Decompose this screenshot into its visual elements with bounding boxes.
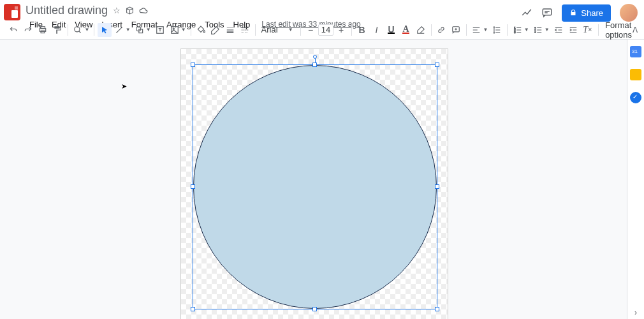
format-options-button[interactable]: Format options bbox=[605, 20, 632, 40]
resize-handle-sw[interactable] bbox=[191, 307, 195, 311]
insert-link-button[interactable] bbox=[434, 23, 448, 37]
resize-handle-w[interactable] bbox=[191, 184, 195, 189]
show-sidepanel-icon[interactable]: › bbox=[634, 308, 637, 317]
bulleted-list-button[interactable] bbox=[531, 23, 545, 37]
line-tool[interactable] bbox=[112, 23, 126, 37]
redo-button[interactable] bbox=[21, 23, 35, 37]
print-button[interactable] bbox=[36, 23, 50, 37]
calendar-addon-icon[interactable] bbox=[630, 46, 641, 57]
rotate-handle[interactable] bbox=[313, 55, 317, 59]
fill-color-button[interactable] bbox=[194, 23, 208, 37]
svg-point-16 bbox=[534, 31, 536, 33]
zoom-button[interactable] bbox=[71, 23, 85, 37]
svg-point-15 bbox=[534, 29, 536, 31]
svg-point-9 bbox=[173, 28, 174, 29]
side-panel: › bbox=[627, 40, 644, 319]
underline-button[interactable]: U bbox=[384, 23, 399, 37]
font-size-decrease[interactable]: − bbox=[304, 23, 318, 37]
keep-addon-icon[interactable] bbox=[630, 69, 641, 80]
drawing-canvas[interactable] bbox=[180, 48, 448, 319]
font-size-increase[interactable]: + bbox=[334, 23, 348, 37]
user-avatar[interactable] bbox=[620, 4, 638, 22]
svg-text:3: 3 bbox=[514, 30, 516, 33]
collapse-toolbar-icon[interactable]: ᐱ bbox=[633, 26, 638, 34]
italic-button[interactable]: I bbox=[370, 23, 384, 37]
textbox-tool[interactable] bbox=[153, 23, 167, 37]
border-color-button[interactable] bbox=[209, 23, 223, 37]
clear-format-button[interactable]: T✕ bbox=[581, 23, 595, 37]
line-spacing-button[interactable] bbox=[490, 23, 504, 37]
resize-handle-s[interactable] bbox=[312, 307, 317, 311]
share-label: Share bbox=[581, 8, 603, 18]
increase-indent-button[interactable] bbox=[566, 23, 580, 37]
activity-icon[interactable] bbox=[521, 7, 532, 19]
doc-title[interactable]: Untitled drawing bbox=[26, 4, 108, 17]
numbered-list-button[interactable]: 123 bbox=[511, 23, 525, 37]
resize-handle-se[interactable] bbox=[435, 307, 439, 311]
image-dropdown[interactable]: ▼ bbox=[181, 27, 187, 33]
move-icon[interactable] bbox=[126, 6, 134, 15]
bulleted-list-dropdown[interactable]: ▼ bbox=[545, 27, 551, 33]
bold-button[interactable]: B bbox=[355, 23, 369, 37]
align-button[interactable] bbox=[469, 23, 483, 37]
font-size-input[interactable] bbox=[318, 24, 333, 36]
resize-handle-n[interactable] bbox=[312, 63, 317, 67]
resize-handle-nw[interactable] bbox=[191, 63, 195, 67]
text-color-button[interactable]: A bbox=[399, 23, 413, 37]
line-dropdown[interactable]: ▼ bbox=[126, 27, 132, 33]
header-right: Share bbox=[521, 4, 638, 22]
star-icon[interactable]: ☆ bbox=[113, 6, 121, 15]
font-select[interactable]: Arial▼ bbox=[259, 25, 297, 34]
header: Untitled drawing ☆ File Edit View Insert… bbox=[0, 0, 644, 20]
zoom-dropdown[interactable]: ▼ bbox=[84, 27, 91, 33]
app-logo[interactable] bbox=[4, 4, 20, 20]
undo-button[interactable] bbox=[6, 23, 20, 37]
highlight-button[interactable] bbox=[414, 23, 428, 37]
mouse-cursor-icon: ➤ bbox=[121, 82, 127, 91]
canvas-area[interactable]: ➤ bbox=[0, 40, 627, 319]
comments-icon[interactable] bbox=[541, 7, 553, 19]
cloud-status-icon[interactable] bbox=[139, 6, 149, 15]
resize-handle-e[interactable] bbox=[435, 184, 439, 189]
tasks-addon-icon[interactable] bbox=[630, 92, 641, 103]
workspace: 1 2 3 ➤ › bbox=[0, 40, 644, 319]
border-dash-button[interactable] bbox=[238, 23, 252, 37]
select-tool[interactable] bbox=[98, 23, 112, 37]
border-weight-button[interactable] bbox=[223, 23, 237, 37]
align-dropdown[interactable]: ▼ bbox=[483, 27, 489, 33]
image-tool[interactable] bbox=[168, 23, 182, 37]
svg-point-14 bbox=[534, 27, 536, 28]
decrease-indent-button[interactable] bbox=[552, 23, 566, 37]
paint-format-button[interactable] bbox=[50, 23, 64, 37]
selection-box bbox=[193, 64, 437, 309]
svg-rect-3 bbox=[41, 31, 45, 33]
svg-rect-0 bbox=[543, 9, 552, 15]
shape-dropdown[interactable]: ▼ bbox=[146, 27, 152, 33]
svg-point-4 bbox=[75, 26, 80, 31]
shape-tool[interactable] bbox=[133, 23, 147, 37]
share-button[interactable]: Share bbox=[562, 4, 611, 22]
resize-handle-ne[interactable] bbox=[435, 63, 439, 67]
insert-comment-button[interactable] bbox=[449, 23, 463, 37]
numbered-list-dropdown[interactable]: ▼ bbox=[524, 27, 531, 33]
